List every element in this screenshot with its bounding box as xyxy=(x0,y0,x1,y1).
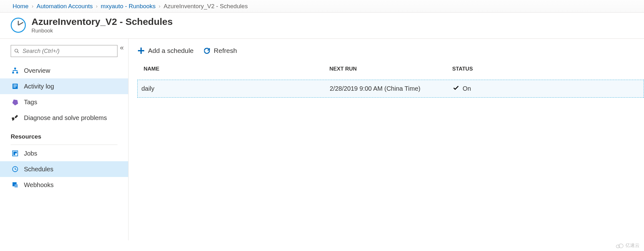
add-schedule-button[interactable]: Add a schedule xyxy=(137,47,194,54)
chevron-right-icon: › xyxy=(159,3,160,9)
sidebar-item-label: Activity log xyxy=(24,83,54,90)
svg-rect-6 xyxy=(14,85,17,85)
sidebar-menu: Overview Activity log Tags Diagnose and … xyxy=(0,63,128,193)
schedules-table: NAME NEXT RUN STATUS daily 2/28/2019 9:0… xyxy=(137,61,644,98)
svg-rect-2 xyxy=(14,68,16,69)
svg-line-1 xyxy=(17,52,19,53)
divider xyxy=(11,145,117,145)
log-icon xyxy=(11,83,20,90)
column-header-status[interactable]: STATUS xyxy=(452,66,638,72)
breadcrumb-home[interactable]: Home xyxy=(13,3,29,10)
chevron-right-icon: › xyxy=(96,3,98,9)
sidebar-item-label: Schedules xyxy=(24,166,53,173)
sidebar-search[interactable] xyxy=(11,45,117,57)
svg-rect-15 xyxy=(14,184,18,187)
jobs-icon xyxy=(11,150,20,157)
svg-rect-8 xyxy=(14,87,16,88)
refresh-icon xyxy=(203,47,211,54)
svg-rect-3 xyxy=(12,72,14,74)
cell-schedule-name: daily xyxy=(141,85,330,92)
column-header-nextrun[interactable]: NEXT RUN xyxy=(329,66,452,72)
page-header: AzureInventory_V2 - Schedules Runbook xyxy=(0,13,644,39)
clock-icon xyxy=(11,166,20,173)
breadcrumb-account[interactable]: mxyauto - Runbooks xyxy=(101,3,156,10)
sidebar-item-tags[interactable]: Tags xyxy=(0,94,128,110)
sidebar-item-label: Diagnose and solve problems xyxy=(24,114,107,122)
sidebar-item-schedules[interactable]: Schedules xyxy=(0,161,128,177)
toolbar-label: Refresh xyxy=(214,47,237,54)
svg-rect-4 xyxy=(16,72,18,74)
runbook-clock-icon xyxy=(11,18,26,33)
sidebar-item-label: Jobs xyxy=(24,150,37,157)
toolbar-label: Add a schedule xyxy=(148,47,194,54)
chevron-right-icon: › xyxy=(32,3,33,9)
page-subtitle: Runbook xyxy=(31,28,173,34)
search-icon xyxy=(14,48,20,54)
sidebar-item-webhooks[interactable]: Webhooks xyxy=(0,177,128,193)
refresh-button[interactable]: Refresh xyxy=(203,47,237,54)
sitemap-icon xyxy=(11,67,20,74)
sidebar-section-resources: Resources xyxy=(0,126,128,143)
sidebar-item-activity-log[interactable]: Activity log xyxy=(0,78,128,94)
breadcrumb-automation-accounts[interactable]: Automation Accounts xyxy=(37,3,93,10)
svg-point-0 xyxy=(15,49,18,52)
breadcrumb-current: AzureInventory_V2 - Schedules xyxy=(163,3,248,10)
tag-icon xyxy=(11,99,20,106)
breadcrumb: Home › Automation Accounts › mxyauto - R… xyxy=(0,0,644,13)
sidebar-item-label: Tags xyxy=(24,99,37,106)
cell-status: On xyxy=(453,84,641,93)
svg-rect-11 xyxy=(15,152,17,153)
checkmark-icon xyxy=(453,84,459,93)
sidebar: « Overview Activity log xyxy=(0,39,128,240)
column-header-name[interactable]: NAME xyxy=(144,66,329,72)
main-content: Add a schedule Refresh NAME NEXT RUN STA… xyxy=(128,39,644,240)
sidebar-item-overview[interactable]: Overview xyxy=(0,63,128,78)
tools-icon xyxy=(11,114,20,121)
toolbar: Add a schedule Refresh xyxy=(137,45,644,61)
sidebar-item-jobs[interactable]: Jobs xyxy=(0,145,128,161)
table-header: NAME NEXT RUN STATUS xyxy=(137,61,644,77)
sidebar-item-label: Webhooks xyxy=(24,181,54,189)
svg-rect-17 xyxy=(138,50,144,51)
svg-rect-10 xyxy=(14,152,15,153)
webhook-icon xyxy=(11,181,20,188)
collapse-sidebar-button[interactable]: « xyxy=(120,44,124,52)
plus-icon xyxy=(137,47,145,54)
cell-next-run: 2/28/2019 9:00 AM (China Time) xyxy=(330,85,453,92)
search-input[interactable] xyxy=(23,48,114,54)
table-row[interactable]: daily 2/28/2019 9:00 AM (China Time) On xyxy=(137,80,644,98)
status-text: On xyxy=(463,85,471,92)
svg-rect-7 xyxy=(14,86,17,86)
svg-rect-12 xyxy=(14,154,15,155)
sidebar-item-label: Overview xyxy=(24,67,50,74)
page-title: AzureInventory_V2 - Schedules xyxy=(31,16,173,27)
sidebar-item-diagnose[interactable]: Diagnose and solve problems xyxy=(0,110,128,126)
